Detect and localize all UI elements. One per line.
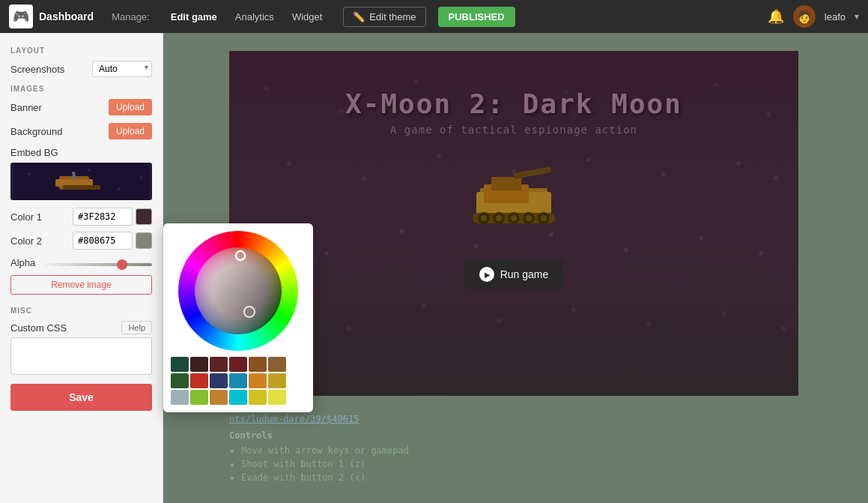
controls-item-2: Shoot with button 1 (z) xyxy=(241,459,409,469)
preset-swatch[interactable] xyxy=(210,357,228,372)
pencil-icon: ✏️ xyxy=(353,11,365,22)
nav-right: 🔔 🧑 leafo ▾ xyxy=(768,5,859,28)
color-wheel-svg[interactable] xyxy=(178,231,298,351)
preset-swatch[interactable] xyxy=(249,373,267,388)
embed-bg-preview xyxy=(10,163,152,200)
sidebar: LAYOUT Screenshots Auto Manual IMAGES Ba… xyxy=(0,33,163,503)
svg-point-44 xyxy=(571,307,576,312)
game-frame: X-Moon 2: Dark Moon A game of tactical e… xyxy=(229,51,798,396)
edit-theme-button[interactable]: ✏️ Edit theme xyxy=(343,7,425,27)
dashboard-label[interactable]: Dashboard xyxy=(39,10,94,22)
game-title: X-Moon 2: Dark Moon xyxy=(229,88,798,119)
images-section-title: IMAGES xyxy=(10,85,152,93)
preset-swatch[interactable] xyxy=(171,357,189,372)
help-button[interactable]: Help xyxy=(121,321,152,334)
screenshots-row: Screenshots Auto Manual xyxy=(10,61,152,77)
run-game-area: Run game xyxy=(229,259,798,289)
svg-point-47 xyxy=(781,326,786,331)
game-link-area: nts/ludum-dare/39/$40615 xyxy=(229,414,359,424)
svg-rect-53 xyxy=(513,166,551,179)
misc-section-title: MISC xyxy=(10,307,152,315)
svg-point-46 xyxy=(721,311,726,316)
chevron-down-icon[interactable]: ▾ xyxy=(855,11,859,22)
svg-point-62 xyxy=(511,215,517,221)
preset-swatch[interactable] xyxy=(190,390,208,405)
background-label: Background xyxy=(10,126,62,137)
color-wheel-container[interactable] xyxy=(178,231,298,351)
preset-swatch[interactable] xyxy=(171,390,189,405)
banner-row: Banner Upload xyxy=(10,99,152,115)
nav-link-widget[interactable]: Widget xyxy=(283,8,331,25)
misc-section: MISC Custom CSS Help xyxy=(10,307,152,378)
svg-point-43 xyxy=(497,319,501,323)
published-button[interactable]: PUBLISHED xyxy=(438,7,515,27)
controls-item-1: Move with arrow keys or gamepad xyxy=(241,445,409,456)
preset-row-1 xyxy=(171,357,306,372)
svg-rect-52 xyxy=(491,177,521,190)
color2-swatch[interactable] xyxy=(136,232,152,249)
color1-label: Color 1 xyxy=(10,211,42,223)
nav-links: Edit game Analytics Widget xyxy=(162,8,332,25)
preset-swatch[interactable] xyxy=(268,357,286,372)
svg-rect-9 xyxy=(63,185,100,190)
embed-bg-label: Embed BG xyxy=(10,147,152,158)
controls-list: Move with arrow keys or gamepad Shoot wi… xyxy=(241,445,409,483)
custom-css-textarea[interactable] xyxy=(10,337,152,375)
top-nav: 🎮 Dashboard Manage: Edit game Analytics … xyxy=(0,0,868,33)
controls-header: Controls xyxy=(229,430,273,441)
color2-label: Color 2 xyxy=(10,235,42,247)
preset-swatch[interactable] xyxy=(268,373,286,388)
preset-swatch[interactable] xyxy=(229,357,247,372)
manage-label: Manage: xyxy=(112,11,150,22)
screenshots-select-wrapper: Auto Manual xyxy=(92,61,152,77)
main-area: LAYOUT Screenshots Auto Manual IMAGES Ba… xyxy=(0,33,868,503)
color1-row: Color 1 xyxy=(10,208,152,226)
nav-link-analytics[interactable]: Analytics xyxy=(226,8,283,25)
color1-input-group xyxy=(73,208,152,226)
user-name: leafo xyxy=(825,11,846,22)
background-row: Background Upload xyxy=(10,123,152,139)
preset-swatch[interactable] xyxy=(190,357,208,372)
color2-text-input[interactable] xyxy=(73,232,133,250)
custom-css-label: Custom CSS xyxy=(10,322,67,334)
preset-swatch[interactable] xyxy=(210,390,228,405)
alpha-slider[interactable] xyxy=(41,263,152,266)
controls-area: Controls Move with arrow keys or gamepad… xyxy=(229,430,409,486)
preset-swatch[interactable] xyxy=(171,373,189,388)
preset-swatch[interactable] xyxy=(229,373,247,388)
screenshots-label: Screenshots xyxy=(10,64,64,75)
preset-swatch[interactable] xyxy=(268,390,286,405)
color1-text-input[interactable] xyxy=(73,208,133,226)
game-link-text[interactable]: nts/ludum-dare/39/$40615 xyxy=(229,414,359,424)
preset-swatch[interactable] xyxy=(210,373,228,388)
svg-point-41 xyxy=(347,326,351,331)
svg-point-1 xyxy=(28,172,31,175)
controls-item-3: Evade with button 2 (x) xyxy=(241,472,409,483)
remove-image-button[interactable]: Remove image xyxy=(10,275,152,295)
svg-point-60 xyxy=(481,215,487,221)
color2-input-group xyxy=(73,232,152,250)
game-subtitle: A game of tactical espionage action xyxy=(229,124,798,136)
screenshots-select[interactable]: Auto Manual xyxy=(92,61,152,77)
run-game-button[interactable]: Run game xyxy=(464,259,564,289)
preset-swatch[interactable] xyxy=(190,373,208,388)
logo-icon: 🎮 xyxy=(9,4,33,28)
svg-point-64 xyxy=(541,215,547,221)
color1-swatch[interactable] xyxy=(136,208,152,225)
save-button[interactable]: Save xyxy=(10,384,152,411)
play-icon xyxy=(479,267,494,282)
nav-link-edit-game[interactable]: Edit game xyxy=(162,8,226,25)
background-upload-button[interactable]: Upload xyxy=(109,123,152,139)
logo-area: 🎮 Dashboard xyxy=(9,4,94,28)
bell-icon[interactable]: 🔔 xyxy=(768,8,784,25)
run-game-label: Run game xyxy=(500,268,549,280)
alpha-row: Alpha xyxy=(10,256,152,269)
banner-label: Banner xyxy=(10,102,42,113)
banner-upload-button[interactable]: Upload xyxy=(109,99,152,115)
avatar: 🧑 xyxy=(793,5,816,28)
preset-swatch[interactable] xyxy=(249,357,267,372)
color-picker-popup xyxy=(163,223,313,412)
preset-swatch[interactable] xyxy=(249,390,267,405)
svg-point-3 xyxy=(88,169,91,172)
preset-swatch[interactable] xyxy=(229,390,247,405)
